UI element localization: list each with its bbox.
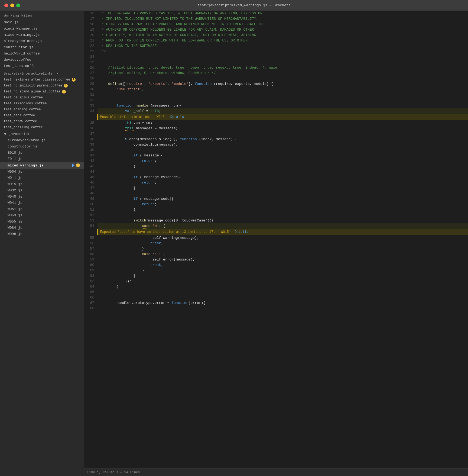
line-number: 55: [84, 235, 98, 241]
linter-header[interactable]: Brackets-InteractiveLinter ◂: [0, 69, 84, 77]
sidebar-item-helloworld-coffee[interactable]: helloWorld.coffee: [0, 50, 84, 57]
line-content: }: [98, 273, 468, 279]
sidebar-item-test-no-implicit[interactable]: test_no_implicit_parens.coffee !: [0, 83, 84, 89]
code-line-35: 35 this.cm = cm;: [84, 120, 468, 126]
sidebar-item-main-js[interactable]: main.js: [0, 19, 84, 25]
sidebar-item-test-throw[interactable]: test_throw.coffee: [0, 118, 84, 124]
line-content: case 'e': {: [98, 252, 468, 257]
code-line-20: 20 * LIABILITY, WHETHER IN AN ACTION OF …: [84, 33, 468, 38]
line-content: * DEALINGS IN THE SOFTWARE.: [98, 43, 468, 49]
line-content: }: [98, 246, 468, 252]
sidebar-item-test-spacing[interactable]: test_spacing.coffee: [0, 107, 84, 112]
sidebar-item-js-w041[interactable]: W041.js: [0, 200, 84, 206]
main-layout: Working Files main.js pluginManager.js m…: [0, 11, 468, 476]
warning-icon: !: [62, 90, 66, 94]
code-line-39: 39 console.log(message);: [84, 142, 468, 147]
sidebar-item-js-mixed-warnings[interactable]: mixed_warnings.js !: [0, 162, 84, 169]
line-content: [98, 191, 468, 196]
sidebar-item-test-trailing[interactable]: test_trailing.coffee: [0, 124, 84, 130]
sidebar-item-device-coffee[interactable]: device.coffee: [0, 57, 84, 63]
code-line-27: 27 /*global define, $, brackets, window,…: [84, 70, 468, 76]
sidebar-item-test-tabs-linter[interactable]: test_tabs.coffee: [0, 112, 84, 118]
line-content: return;: [98, 180, 468, 185]
sidebar-item-js-w004[interactable]: W004.js: [0, 169, 84, 175]
sidebar-item-test-no-stand[interactable]: test_no_stand_alone_at.coffee !: [0, 89, 84, 95]
line-number: 36: [84, 126, 98, 131]
sidebar-item-js-w055[interactable]: W055.js: [0, 218, 84, 225]
line-content: }: [98, 164, 468, 169]
sidebar-item-js-w098[interactable]: W098.js: [0, 231, 84, 237]
line-content: /*jslint plusplus: true, devel: true, no…: [98, 65, 468, 70]
sidebar-item-js-constructor[interactable]: constructor.js: [0, 143, 84, 150]
line-number: 25: [84, 60, 98, 65]
line-number: 59: [84, 257, 98, 262]
line-number: 54: [84, 223, 98, 229]
line-number: 46: [84, 180, 98, 185]
sidebar-item-js-w015[interactable]: W015.js: [0, 181, 84, 187]
sidebar-item-test-tabs-coffee[interactable]: test_tabs.coffee: [0, 63, 84, 69]
editor-status: Line 1, Column 1 — 94 Lines: [87, 471, 140, 474]
line-content: * AUTHORS OR COPYRIGHT HOLDERS BE LIABLE…: [98, 27, 468, 33]
close-button[interactable]: [4, 4, 8, 7]
line-number: 48: [84, 191, 98, 196]
line-number: 66: [84, 295, 98, 300]
line-content: [98, 147, 468, 153]
code-container[interactable]: 16 * THE SOFTWARE IS PROVIDED "AS IS", W…: [84, 11, 468, 468]
sidebar-item-test-semicolons[interactable]: test_semicolons.coffee: [0, 101, 84, 107]
line-number: 40: [84, 147, 98, 153]
line-content: if (!message){: [98, 153, 468, 158]
line-content: return;: [98, 158, 468, 164]
sidebar-item-js-alreadydeclared[interactable]: alreadydeclared.js: [0, 137, 84, 143]
sidebar-item-js-w032[interactable]: W032.js: [0, 187, 84, 194]
code-line-46: 46 return;: [84, 180, 468, 185]
details-link-w015[interactable]: Details: [235, 230, 248, 234]
line-content: _self.error(message);: [98, 257, 468, 262]
status-bar: Line 1, Column 1 — 94 Lines: [84, 468, 468, 476]
code-table: 16 * THE SOFTWARE IS PROVIDED "AS IS", W…: [84, 11, 468, 311]
sidebar-item-js-w040[interactable]: W040.js: [0, 194, 84, 200]
sidebar-item-js-w051[interactable]: W051.js: [0, 206, 84, 212]
sidebar-item-js-e011[interactable]: E011.js: [0, 156, 84, 162]
sidebar-item-js-w011[interactable]: W011.js: [0, 175, 84, 181]
sidebar-item-test-newlines[interactable]: test_newlines_after_classes.coffee !: [0, 77, 84, 83]
sidebar-item-js-e010[interactable]: E010.js: [0, 150, 84, 156]
javascript-folder[interactable]: javascript: [0, 130, 84, 137]
code-line-59: 59 _self.error(message);: [84, 257, 468, 262]
line-content: $.each(messages.slice(0), function (inde…: [98, 137, 468, 142]
sidebar-item-js-w084[interactable]: W084.js: [0, 225, 84, 231]
sidebar-item-alreadydeclared-js[interactable]: alreadydeclared.js: [0, 38, 84, 44]
line-content: this.cm = cm;: [98, 120, 468, 126]
sidebar-item-pluginmanager-js[interactable]: pluginManager.js: [0, 25, 84, 32]
line-number: 34: [84, 108, 98, 114]
line-content: }: [98, 284, 468, 290]
line-content: case 'w': {: [98, 223, 468, 229]
line-number: 19: [84, 27, 98, 33]
line-content: if (!message.evidence){: [98, 175, 468, 180]
code-line-56: 56 break;: [84, 241, 468, 246]
code-line-33: 33 function handler(messages, cm){: [84, 103, 468, 108]
line-content: [98, 213, 468, 218]
maximize-button[interactable]: [16, 4, 20, 7]
code-line-61: 61 }: [84, 268, 468, 273]
line-number: 65: [84, 290, 98, 295]
line-content: _self.warning(message);: [98, 235, 468, 241]
line-content: [98, 76, 468, 81]
line-content: var _self = this;: [98, 108, 468, 114]
code-line-18: 18 * FITNESS FOR A PARTICULAR PURPOSE AN…: [84, 22, 468, 27]
line-content: console.log(message);: [98, 142, 468, 147]
code-line-25: 25: [84, 60, 468, 65]
code-line-52: 52: [84, 213, 468, 218]
window-controls[interactable]: [4, 4, 20, 7]
line-content: this.messages = messages;: [98, 126, 468, 131]
code-line-58: 58 case 'e': {: [84, 252, 468, 257]
line-number: 43: [84, 164, 98, 169]
sidebar-item-constructor-js[interactable]: constructor.js: [0, 44, 84, 50]
sidebar-item-test-plusplus[interactable]: test_plusplus.coffee: [0, 95, 84, 101]
line-number: 32: [84, 98, 98, 103]
sidebar-item-js-w053[interactable]: W053.js: [0, 212, 84, 218]
warning-message-w015: Expected 'case' to have an indentation a…: [98, 229, 468, 235]
line-number: 16: [84, 11, 98, 16]
sidebar-item-mixed-warnings-js[interactable]: mixed_warnings.js: [0, 32, 84, 38]
details-link-w040[interactable]: Details: [170, 115, 184, 119]
minimize-button[interactable]: [10, 4, 14, 7]
